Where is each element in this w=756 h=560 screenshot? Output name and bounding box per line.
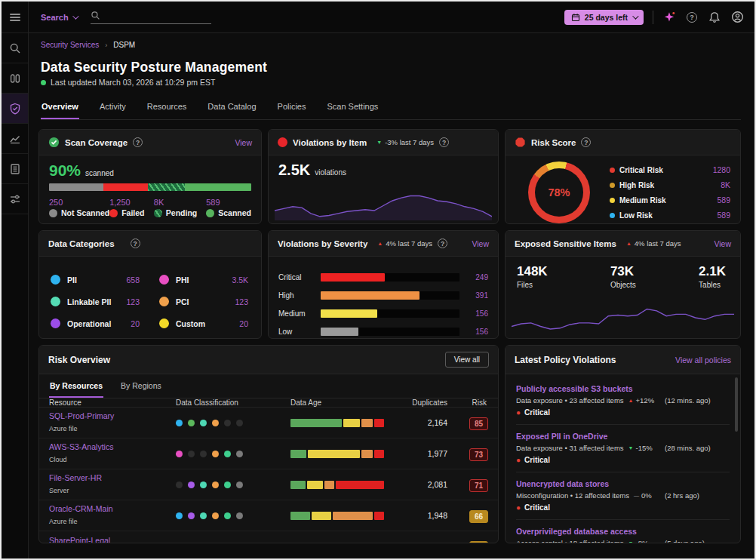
help-icon[interactable]: ? xyxy=(439,137,449,147)
classification-dot-icon xyxy=(224,451,231,457)
last-updated: Last updated March 03, 2026 at 10:29 pm … xyxy=(41,78,741,87)
breadcrumb-parent-link[interactable]: Security Services xyxy=(41,41,99,49)
view-all-button[interactable]: View all xyxy=(445,352,489,368)
view-all-policies-link[interactable]: View all policies xyxy=(675,355,731,365)
sidebar-item-inventory[interactable] xyxy=(2,154,28,184)
classification-dot-icon xyxy=(176,451,183,457)
category-dot-icon xyxy=(51,318,60,328)
age-segment xyxy=(374,419,384,427)
legend-item: High Risk 8K xyxy=(610,180,730,189)
tab-activity[interactable]: Activity xyxy=(99,97,127,119)
legend-label: Medium Risk xyxy=(619,196,666,205)
help-icon[interactable]: ? xyxy=(581,137,591,147)
resource-link[interactable]: Oracle-CRM-Main xyxy=(49,504,176,513)
severity-value: 249 xyxy=(467,273,488,282)
policy-link[interactable]: Exposed PII in OneDrive xyxy=(516,432,730,441)
search-input[interactable] xyxy=(106,11,204,20)
ai-assistant-button[interactable] xyxy=(662,11,676,24)
tab-by-resources[interactable]: By Resources xyxy=(49,374,103,398)
bar-segment-failed xyxy=(103,183,148,191)
stat-value: 2.1K xyxy=(699,264,726,279)
policy-meta: Access control • 18 affected items▼-8%(5… xyxy=(516,539,730,543)
age-segment xyxy=(352,543,362,543)
legend-dot-icon xyxy=(206,209,214,217)
resource-link[interactable]: File-Server-HR xyxy=(49,473,176,482)
severity-track xyxy=(321,273,459,282)
policy-link[interactable]: Unencrypted data stores xyxy=(516,479,730,488)
policy-link[interactable]: Overprivileged database access xyxy=(516,527,730,536)
violations-count: 2.5K xyxy=(278,162,310,179)
table-row: File-Server-HRServer2,08171 xyxy=(39,469,498,500)
resource-link[interactable]: SQL-Prod-Primary xyxy=(49,411,176,420)
resource-link[interactable]: SharePoint-Legal xyxy=(49,536,176,544)
search-icon xyxy=(91,11,100,20)
view-link[interactable]: View xyxy=(235,138,252,147)
age-segment xyxy=(374,450,384,458)
severity-icon: ● xyxy=(516,503,521,512)
trial-days-badge[interactable]: 25 days left xyxy=(564,10,644,25)
age-segment xyxy=(343,419,359,427)
tab-overview[interactable]: Overview xyxy=(41,97,79,119)
age-segment xyxy=(333,512,373,520)
classification-dot-icon xyxy=(212,482,219,488)
tab-policies[interactable]: Policies xyxy=(277,97,307,119)
notifications-button[interactable] xyxy=(708,11,721,24)
category-dot-icon xyxy=(51,297,60,306)
legend-label: Critical Risk xyxy=(619,166,663,174)
legend-dot-icon xyxy=(610,168,615,173)
duplicates-value: 1,977 xyxy=(398,449,453,458)
classification-dot-icon xyxy=(212,451,219,457)
resource-link[interactable]: AWS-S3-Analytics xyxy=(49,442,176,451)
tab-data-catalog[interactable]: Data Catalog xyxy=(207,97,257,119)
tab-scan-settings[interactable]: Scan Settings xyxy=(326,97,379,119)
age-segment xyxy=(374,512,384,520)
tab-by-regions[interactable]: By Regions xyxy=(120,374,162,398)
severity-track xyxy=(321,291,459,300)
risk-score-card: Risk Score ? 78% Critical Risk 1280 xyxy=(505,129,741,224)
help-button[interactable]: ? xyxy=(685,11,699,24)
topbar: Search 25 days left ? xyxy=(29,2,754,33)
tab-resources[interactable]: Resources xyxy=(146,97,188,119)
scrollbar-thumb[interactable] xyxy=(735,377,738,432)
tab-bar: Overview Activity Resources Data Catalog… xyxy=(41,97,741,120)
policy-time: (12 mins. ago) xyxy=(665,396,730,405)
account-button[interactable] xyxy=(730,11,744,24)
severity-value: 156 xyxy=(467,328,488,336)
sidebar-item-settings[interactable] xyxy=(2,184,28,214)
delta-text: +12% xyxy=(636,396,655,405)
severity-label: Critical xyxy=(524,408,550,417)
classification-dot-icon xyxy=(236,482,243,488)
severity-bar xyxy=(321,273,385,282)
sidebar-item-search[interactable] xyxy=(2,33,28,63)
category-item: PHI3.5K xyxy=(159,275,248,285)
stat-objects: 73KObjects xyxy=(610,264,636,289)
chevron-down-icon xyxy=(72,13,78,19)
sidebar-item-security-posture[interactable] xyxy=(2,94,28,124)
age-segment xyxy=(361,450,373,458)
severity-value: 391 xyxy=(467,291,488,300)
menu-button[interactable] xyxy=(2,2,28,33)
policy-link[interactable]: Publicly accessible S3 buckets xyxy=(516,384,730,393)
legend-value: 8K xyxy=(154,198,197,207)
policy-violation-item: Publicly accessible S3 bucketsData expos… xyxy=(516,377,730,425)
search-icon xyxy=(9,42,21,54)
severity-row: Low 156 xyxy=(278,328,488,336)
severity-label: High xyxy=(278,291,313,300)
calendar-icon xyxy=(571,13,580,22)
search-scope-dropdown[interactable]: Search xyxy=(41,13,77,22)
view-link[interactable]: View xyxy=(472,239,489,248)
violations-by-severity-card: Violations by Severity ▲ 4% last 7 days … xyxy=(268,230,499,339)
severity-row: Medium 156 xyxy=(278,309,488,318)
category-value: 20 xyxy=(131,319,140,328)
legend-label: Low Risk xyxy=(619,211,653,220)
policy-meta: Data exposure • 31 affected items▼-15%(2… xyxy=(516,444,730,452)
sidebar-item-analytics[interactable] xyxy=(2,124,28,154)
view-link[interactable]: View xyxy=(714,239,731,248)
help-icon[interactable]: ? xyxy=(438,238,447,248)
scan-percent: 90% xyxy=(49,162,81,180)
sidebar-item-discover[interactable] xyxy=(2,63,28,94)
help-icon[interactable]: ? xyxy=(133,137,143,147)
trend-icon: ▼ xyxy=(628,540,634,543)
help-icon[interactable]: ? xyxy=(131,238,140,248)
global-search[interactable] xyxy=(91,11,211,24)
